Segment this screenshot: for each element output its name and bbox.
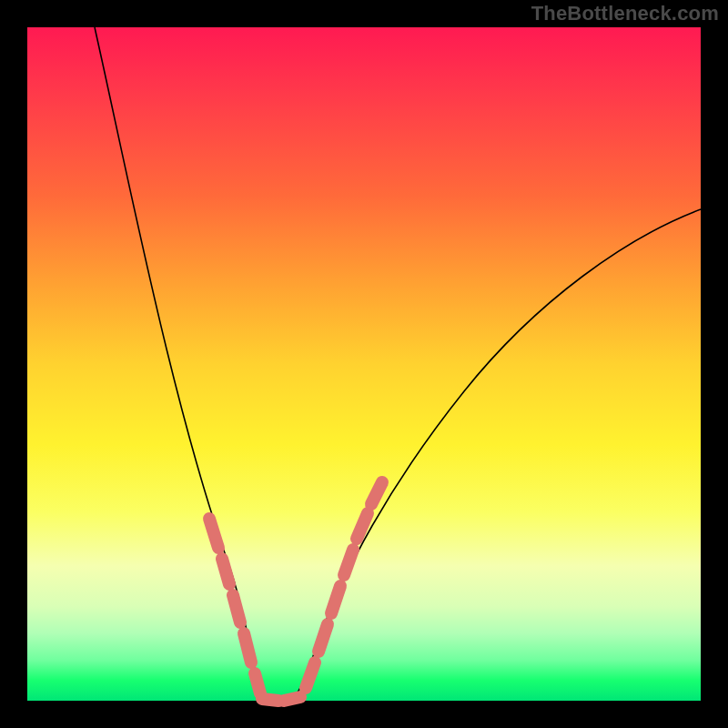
highlight-right-ascent <box>306 482 382 688</box>
highlight-left-descent <box>209 519 260 693</box>
curve-svg <box>27 27 701 701</box>
chart-frame: TheBottleneck.com <box>0 0 728 728</box>
watermark-text: TheBottleneck.com <box>531 2 719 25</box>
bottleneck-curve <box>95 27 701 701</box>
plot-area <box>27 27 701 701</box>
highlight-valley-floor <box>262 697 300 701</box>
